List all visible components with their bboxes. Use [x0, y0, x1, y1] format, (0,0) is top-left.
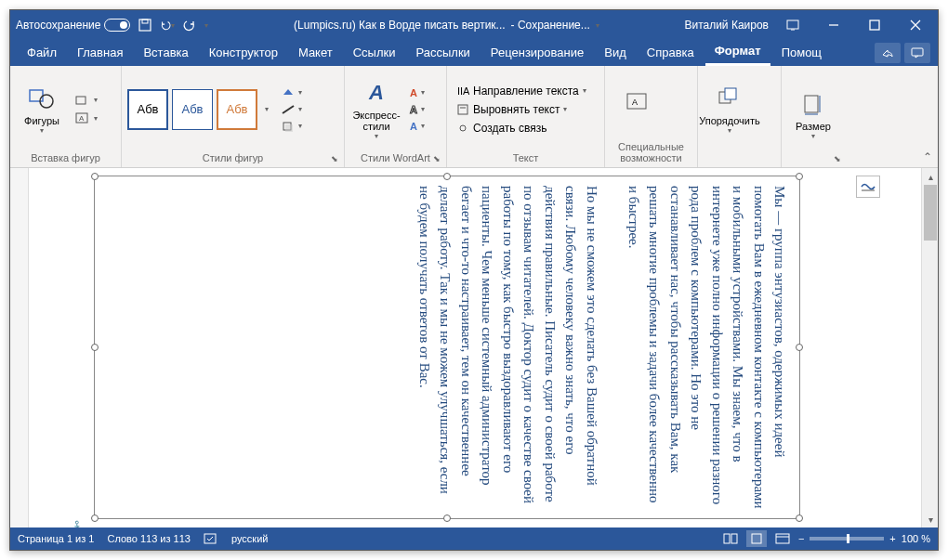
- ribbon: Фигуры ▾ ▾ A▾ Вставка фигур Абв Абв Абв …: [10, 66, 938, 168]
- svg-rect-0: [139, 20, 151, 31]
- resize-handle-mr[interactable]: [796, 344, 803, 351]
- wordart-styles-group-label: Стили WordArt: [361, 152, 430, 163]
- close-icon[interactable]: [899, 12, 932, 38]
- ribbon-tabs: Файл Главная Вставка Конструктор Макет С…: [10, 40, 938, 66]
- resize-handle-tr[interactable]: [796, 173, 803, 180]
- tab-home[interactable]: Главная: [68, 42, 132, 65]
- scroll-thumb[interactable]: [924, 185, 937, 241]
- spellcheck-icon[interactable]: [204, 532, 218, 545]
- size-launcher[interactable]: ⬊: [834, 154, 841, 163]
- style-gallery-more[interactable]: ▾: [265, 105, 269, 113]
- scroll-up-icon[interactable]: ▴: [922, 168, 938, 185]
- maximize-icon[interactable]: [858, 12, 891, 38]
- shape-style-1[interactable]: Абв: [127, 89, 168, 130]
- resize-handle-ml[interactable]: [91, 344, 99, 351]
- size-button[interactable]: Размер ▾: [787, 82, 839, 149]
- toggle-switch[interactable]: [104, 19, 130, 32]
- express-styles-label: Экспресс-стили: [350, 110, 402, 132]
- textbox-content[interactable]: Мы — группа энтузиастов, одержимых идеей…: [104, 186, 790, 509]
- zoom-out-icon[interactable]: −: [798, 533, 804, 544]
- svg-rect-10: [76, 97, 86, 104]
- minimize-icon[interactable]: [817, 12, 850, 38]
- titlebar: Автосохранение ▾ ▾ (Lumpics.ru) Как в Во…: [10, 10, 938, 40]
- text-outline-icon[interactable]: A▾: [406, 102, 428, 117]
- express-styles-button[interactable]: A Экспресс-стили ▾: [350, 76, 402, 143]
- svg-rect-2: [787, 20, 798, 29]
- shape-outline-icon[interactable]: ▾: [278, 102, 306, 117]
- svg-rect-26: [204, 534, 216, 543]
- align-text-button[interactable]: Выровнять текст▾: [453, 101, 590, 118]
- autosave-toggle[interactable]: Автосохранение: [16, 19, 130, 32]
- resize-handle-tm[interactable]: [443, 173, 451, 180]
- text-group-label: Текст: [453, 150, 599, 165]
- svg-rect-27: [724, 534, 730, 543]
- create-link-button[interactable]: Создать связь: [453, 120, 590, 137]
- svg-rect-1: [142, 20, 148, 23]
- shape-styles-launcher[interactable]: ⬊: [331, 154, 338, 163]
- tab-references[interactable]: Ссылки: [344, 42, 405, 65]
- scroll-down-icon[interactable]: ▾: [922, 511, 938, 527]
- collapse-ribbon-icon[interactable]: ⌃: [923, 150, 932, 163]
- save-icon[interactable]: [138, 18, 152, 33]
- print-layout-icon[interactable]: [746, 530, 767, 547]
- textbox-selection[interactable]: ⚓ Мы — группа энтузиастов, одержимых иде…: [94, 176, 800, 519]
- shapes-button[interactable]: Фигуры ▾: [16, 76, 68, 143]
- tab-format[interactable]: Формат: [705, 40, 770, 66]
- accessibility-group-label: Специальные возможности: [611, 139, 691, 165]
- language-status[interactable]: русский: [231, 533, 268, 544]
- redo-icon[interactable]: [182, 18, 197, 33]
- zoom-level[interactable]: 100 %: [902, 533, 930, 544]
- tab-help[interactable]: Справка: [638, 42, 704, 65]
- undo-icon[interactable]: ▾: [160, 18, 175, 33]
- autosave-label: Автосохранение: [16, 19, 100, 32]
- web-layout-icon[interactable]: [772, 530, 793, 547]
- vertical-scrollbar[interactable]: ▴ ▾: [921, 168, 938, 527]
- ribbon-display-icon[interactable]: [776, 12, 810, 38]
- tab-file[interactable]: Файл: [18, 42, 66, 65]
- shape-effects-icon[interactable]: ▾: [278, 119, 306, 134]
- read-mode-icon[interactable]: [720, 530, 741, 547]
- text-fill-icon[interactable]: A▾: [406, 85, 428, 100]
- text-effects-icon[interactable]: A▾: [406, 119, 428, 134]
- text-direction-button[interactable]: IIAНаправление текста▾: [453, 83, 590, 99]
- zoom-slider[interactable]: [810, 537, 884, 540]
- insert-shapes-group-label: Вставка фигур: [16, 150, 115, 165]
- svg-rect-16: [458, 105, 467, 114]
- vertical-ruler: [10, 168, 29, 527]
- tab-layout[interactable]: Макет: [289, 42, 342, 65]
- document-canvas[interactable]: ⚓ Мы — группа энтузиастов, одержимых иде…: [29, 168, 921, 527]
- tab-review[interactable]: Рецензирование: [481, 42, 593, 65]
- document-title: (Lumpics.ru) Как в Ворде писать вертик..…: [294, 19, 506, 32]
- shape-fill-icon[interactable]: ▾: [278, 85, 306, 100]
- size-label: Размер: [796, 121, 831, 132]
- zoom-in-icon[interactable]: +: [889, 533, 895, 544]
- shapes-label: Фигуры: [24, 115, 59, 126]
- edit-shape-icon[interactable]: ▾: [72, 92, 101, 109]
- shape-style-2[interactable]: Абв: [172, 89, 213, 130]
- svg-rect-14: [285, 124, 293, 132]
- word-count[interactable]: Слово 113 из 113: [107, 533, 191, 544]
- resize-handle-bm[interactable]: [443, 514, 451, 522]
- textbox-icon[interactable]: A▾: [72, 111, 101, 127]
- resize-handle-br[interactable]: [796, 514, 803, 522]
- wordart-launcher[interactable]: ⬊: [433, 154, 441, 163]
- arrange-button[interactable]: Упорядочить ▾: [704, 76, 756, 143]
- comments-icon[interactable]: [904, 43, 930, 63]
- tab-assist[interactable]: Помощ: [772, 42, 831, 65]
- user-name[interactable]: Виталий Каиров: [684, 19, 769, 32]
- tab-design[interactable]: Конструктор: [200, 42, 287, 65]
- resize-handle-tl[interactable]: [91, 173, 99, 180]
- tab-insert[interactable]: Вставка: [134, 42, 197, 65]
- resize-handle-bl[interactable]: [91, 514, 99, 522]
- svg-rect-30: [776, 534, 789, 543]
- anchor-icon: ⚓: [69, 520, 85, 527]
- layout-options-icon[interactable]: [856, 176, 880, 198]
- tab-mailings[interactable]: Рассылки: [406, 42, 479, 65]
- accessibility-button[interactable]: A: [611, 70, 663, 137]
- page-status[interactable]: Страница 1 из 1: [18, 533, 94, 544]
- shape-style-3[interactable]: Абв: [217, 89, 257, 130]
- share-icon[interactable]: [875, 43, 901, 63]
- tab-view[interactable]: Вид: [595, 42, 636, 65]
- svg-rect-22: [805, 96, 818, 112]
- svg-text:IIA: IIA: [457, 85, 469, 97]
